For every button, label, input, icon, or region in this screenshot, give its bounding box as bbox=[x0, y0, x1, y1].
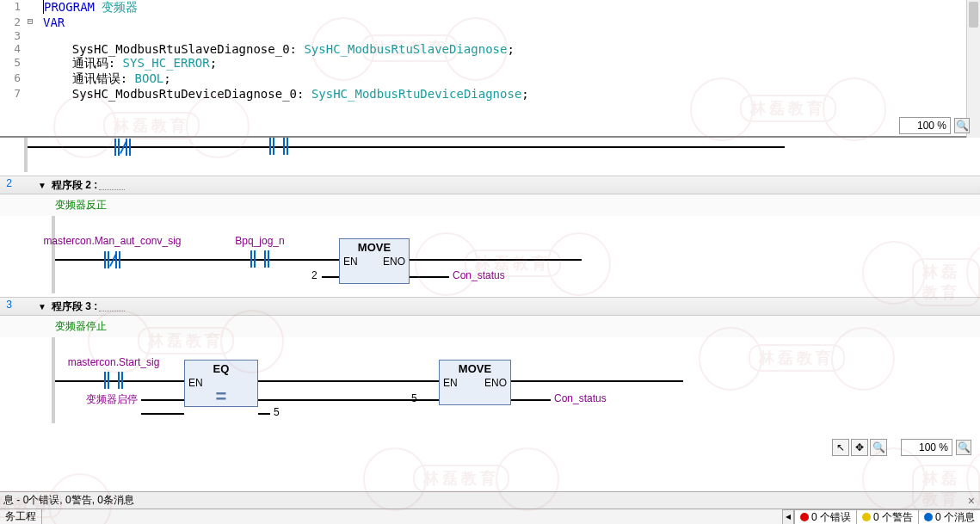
close-icon[interactable]: × bbox=[968, 494, 975, 508]
line-number: 2 bbox=[0, 15, 24, 29]
code-editor[interactable]: 1PROGRAM 变频器2⊟VAR34 SysHC_ModbusRtuSlave… bbox=[0, 0, 980, 138]
eno-pin: ENO bbox=[383, 256, 405, 268]
code-zoom-input[interactable] bbox=[899, 117, 951, 134]
warning-icon bbox=[862, 513, 871, 521]
zoom-icon[interactable]: 🔍 bbox=[956, 440, 971, 455]
line-number: 7 bbox=[0, 87, 24, 101]
block-output-var[interactable]: Con_status bbox=[453, 269, 505, 281]
no-contact[interactable] bbox=[103, 372, 124, 389]
zoom-tool[interactable]: 🔍 bbox=[870, 439, 887, 456]
code-line[interactable]: SysHC_ModbusRtuDeviceDiagnose_0: SysHC_M… bbox=[36, 87, 980, 101]
ladder-editor[interactable]: / 2 ▼ 程序段 2 : 变频器反正 mastercon.Man_aut_co… bbox=[0, 138, 980, 482]
status-bar: 息 - 0个错误, 0警告, 0条消息 × bbox=[0, 491, 980, 509]
error-icon bbox=[800, 513, 809, 521]
no-contact[interactable] bbox=[250, 250, 270, 268]
contact-label[interactable]: mastercon.Start_sig bbox=[68, 356, 160, 368]
code-line[interactable]: PROGRAM 变频器 bbox=[36, 0, 980, 15]
move-block[interactable]: MOVE EN ENO bbox=[439, 360, 511, 405]
nc-contact[interactable]: / bbox=[103, 250, 121, 268]
network-title: 程序段 2 : bbox=[52, 178, 97, 193]
fold-toggle[interactable] bbox=[24, 0, 36, 15]
eno-pin: ENO bbox=[484, 377, 507, 389]
code-line[interactable]: SysHC_ModbusRtuSlaveDiagnose_0: SysHC_Mo… bbox=[36, 42, 980, 56]
bottom-tabs: 务工程 ◂ 0 个错误 0 个警告 0 个消息 bbox=[0, 509, 980, 524]
line-number: 1 bbox=[0, 0, 24, 15]
errors-tab[interactable]: 0 个错误 bbox=[794, 509, 857, 525]
eq-icon: = bbox=[185, 391, 257, 406]
pan-tool[interactable]: ✥ bbox=[851, 439, 868, 456]
warnings-tab[interactable]: 0 个警告 bbox=[856, 509, 919, 525]
network-2: 2 ▼ 程序段 2 : 变频器反正 mastercon.Man_aut_conv… bbox=[0, 176, 980, 293]
fold-toggle[interactable] bbox=[24, 71, 36, 87]
block-title: EQ bbox=[185, 361, 257, 377]
messages-tab[interactable]: 0 个消息 bbox=[918, 509, 980, 525]
network-header[interactable]: ▼ 程序段 3 : bbox=[0, 297, 980, 316]
network-comment[interactable]: 变频器停止 bbox=[0, 316, 980, 337]
en-pin: EN bbox=[443, 377, 458, 389]
collapse-icon[interactable]: ▼ bbox=[38, 181, 46, 190]
block-output-var[interactable]: Con_status bbox=[554, 392, 607, 404]
block-input-value[interactable]: 2 bbox=[311, 269, 317, 281]
line-number: 5 bbox=[0, 56, 24, 71]
network-title: 程序段 3 : bbox=[52, 299, 97, 314]
en-pin: EN bbox=[343, 256, 358, 268]
status-text: 息 - 0个错误, 0警告, 0条消息 bbox=[3, 493, 134, 508]
pointer-tool[interactable]: ↖ bbox=[832, 439, 849, 456]
network-3: 3 ▼ 程序段 3 : 变频器停止 mastercon.Start_sig EQ… bbox=[0, 297, 980, 423]
info-icon bbox=[924, 513, 933, 521]
line-number: 6 bbox=[0, 71, 24, 87]
fold-toggle[interactable] bbox=[24, 29, 36, 42]
network-header[interactable]: ▼ 程序段 2 : bbox=[0, 176, 980, 194]
eq-compare-value[interactable]: 5 bbox=[274, 406, 280, 418]
collapse-icon[interactable]: ▼ bbox=[38, 302, 46, 311]
network-comment[interactable]: 变频器反正 bbox=[0, 194, 980, 216]
eq-input-label[interactable]: 变频器启停 bbox=[86, 392, 138, 407]
contact-label[interactable]: mastercon.Man_aut_conv_sig bbox=[43, 235, 181, 247]
contact-label[interactable]: Bpq_jog_n bbox=[235, 235, 284, 247]
network-number: 2 bbox=[2, 177, 12, 189]
ladder-zoom-input[interactable] bbox=[901, 439, 952, 456]
code-line[interactable]: VAR bbox=[36, 15, 980, 29]
network-number: 3 bbox=[2, 299, 12, 311]
fold-toggle[interactable] bbox=[24, 56, 36, 71]
code-line[interactable]: 通讯错误: BOOL; bbox=[36, 71, 980, 87]
project-tab[interactable]: 务工程 bbox=[0, 509, 42, 524]
en-pin: EN bbox=[188, 377, 203, 389]
eq-block[interactable]: EQ EN = bbox=[184, 360, 258, 407]
code-line[interactable] bbox=[36, 29, 980, 42]
line-number: 3 bbox=[0, 29, 24, 42]
move-block[interactable]: MOVE EN ENO bbox=[339, 238, 410, 284]
fold-toggle[interactable]: ⊟ bbox=[24, 15, 36, 29]
block-title: MOVE bbox=[340, 239, 409, 256]
block-title: MOVE bbox=[440, 361, 510, 377]
fold-toggle[interactable] bbox=[24, 87, 36, 101]
block-input-value[interactable]: 5 bbox=[411, 392, 417, 404]
zoom-icon[interactable]: 🔍 bbox=[954, 118, 970, 133]
fold-toggle[interactable] bbox=[24, 42, 36, 56]
line-number: 4 bbox=[0, 42, 24, 56]
code-line[interactable]: 通讯码: SYS_HC_ERROR; bbox=[36, 56, 980, 71]
tab-scroll-left[interactable]: ◂ bbox=[782, 509, 794, 525]
